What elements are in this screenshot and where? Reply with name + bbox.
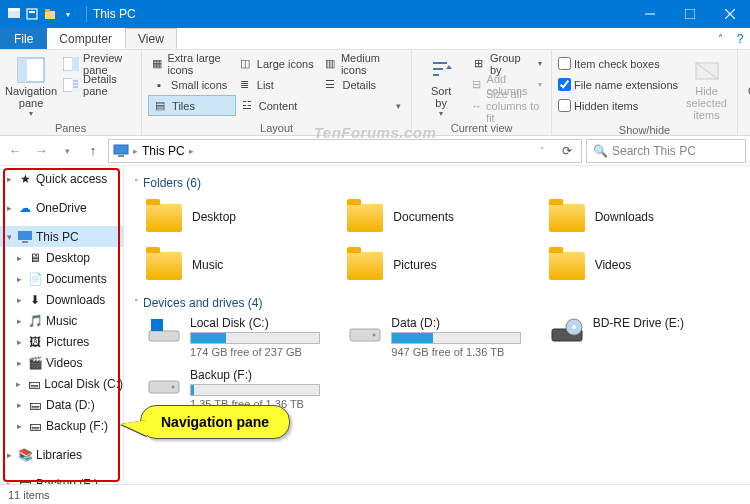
folder-tile[interactable]: Desktop [146, 196, 337, 238]
layout-overflow-icon[interactable]: ▾ [321, 95, 405, 116]
layout-list-label: List [257, 79, 274, 91]
hidden-items-toggle[interactable]: Hidden items [558, 95, 678, 116]
svg-rect-27 [22, 241, 28, 243]
folder-label: Downloads [595, 210, 654, 224]
ribbon-collapse-icon[interactable]: ˄ [710, 28, 730, 49]
tab-computer[interactable]: Computer [47, 28, 125, 49]
maximize-button[interactable] [670, 0, 710, 28]
layout-content[interactable]: ☳Content [236, 95, 322, 116]
group-by-button[interactable]: ⊞Group by▾ [468, 53, 545, 74]
drive-tile[interactable]: Local Disk (C:)174 GB free of 237 GB [146, 316, 337, 358]
svg-rect-13 [72, 57, 79, 71]
close-button[interactable] [710, 0, 750, 28]
preview-pane-button[interactable]: Preview pane [60, 53, 135, 74]
drive-tile[interactable]: BD-RE Drive (E:) [549, 316, 740, 358]
sidebar-item[interactable]: ▸🖼Pictures [0, 331, 123, 352]
navigation-pane: ▸★Quick access ▸☁OneDrive ▾This PC ▸🖥Des… [0, 166, 124, 484]
folder-tile[interactable]: Music [146, 244, 337, 286]
sidebar-item[interactable]: ▸🎵Music [0, 310, 123, 331]
layout-tiles[interactable]: ▤Tiles [148, 95, 236, 116]
sidebar-item[interactable]: ▸🎬Videos [0, 352, 123, 373]
folder-icon [347, 248, 385, 282]
chevron-down-icon: ˅ [134, 298, 139, 308]
layout-large[interactable]: ◫Large icons [234, 53, 320, 74]
file-menu[interactable]: File [0, 28, 47, 49]
item-icon: 📄 [27, 271, 43, 287]
options-button[interactable]: Options ▾ [744, 53, 750, 121]
refresh-button[interactable]: ⟳ [557, 144, 577, 158]
section-drives[interactable]: ˅Devices and drives (4) [134, 296, 740, 310]
drive-tile[interactable]: Backup (F:)1.35 TB free of 1.36 TB [146, 368, 337, 410]
breadcrumb-this-pc[interactable]: This PC [142, 144, 185, 158]
layout-medium[interactable]: ▥Medium icons [319, 53, 405, 74]
qat-dropdown-icon[interactable]: ▾ [60, 6, 76, 22]
forward-button[interactable]: → [30, 140, 52, 162]
add-columns-icon: ⊟ [471, 77, 482, 93]
hidden-items-label: Hidden items [574, 100, 638, 112]
layout-extra-large[interactable]: ▦Extra large icons [148, 53, 234, 74]
sidebar-item[interactable]: ▸🖴Data (D:) [0, 394, 123, 415]
file-name-extensions-toggle[interactable]: File name extensions [558, 74, 678, 95]
sort-by-button[interactable]: Sort by ▾ [418, 53, 464, 121]
address-dropdown-icon[interactable]: ˅ [531, 140, 553, 162]
drive-usage-bar [391, 332, 521, 344]
item-icon: ⬇ [27, 292, 43, 308]
sidebar-label: Desktop [46, 251, 90, 265]
sidebar-item-libraries[interactable]: ▸📚Libraries [0, 444, 123, 465]
sidebar-item[interactable]: ▸🖥Desktop [0, 247, 123, 268]
recent-locations-button[interactable]: ▾ [56, 140, 78, 162]
sidebar-item-quick-access[interactable]: ▸★Quick access [0, 168, 123, 189]
folder-tile[interactable]: Downloads [549, 196, 740, 238]
sidebar-item-this-pc[interactable]: ▾This PC [0, 226, 123, 247]
drive-tile[interactable]: Data (D:)947 GB free of 1.36 TB [347, 316, 538, 358]
details-pane-button[interactable]: Details pane [60, 74, 135, 95]
tab-view[interactable]: View [125, 28, 177, 49]
sidebar-label: Music [46, 314, 77, 328]
preview-pane-icon [63, 56, 79, 72]
breadcrumb[interactable]: ▸ This PC ▸ ˅ ⟳ [108, 139, 582, 163]
search-input[interactable]: 🔍 Search This PC [586, 139, 746, 163]
sidebar-item-onedrive[interactable]: ▸☁OneDrive [0, 197, 123, 218]
drive-label: BD-RE Drive (E:) [593, 316, 684, 330]
folder-tile[interactable]: Pictures [347, 244, 538, 286]
details-icon: ☰ [322, 77, 338, 93]
sidebar-item[interactable]: ▸🖴Backup (F:) [0, 415, 123, 436]
layout-details[interactable]: ☰Details [319, 74, 405, 95]
sidebar-label: Downloads [46, 293, 105, 307]
sidebar-item-backup[interactable]: ▸🖴Backup (F:) [0, 473, 123, 484]
group-label-show-hide: Show/hide [558, 123, 731, 136]
navigation-pane-label: Navigation pane [5, 85, 57, 109]
sidebar-item[interactable]: ▸⬇Downloads [0, 289, 123, 310]
drive-free-space: 947 GB free of 1.36 TB [391, 346, 521, 358]
drive-usage-bar [190, 384, 320, 396]
layout-small[interactable]: ▪Small icons [148, 74, 234, 95]
help-icon[interactable]: ? [730, 28, 750, 49]
quick-access-newfolder-icon[interactable] [42, 6, 58, 22]
drive-icon [146, 368, 182, 398]
svg-rect-5 [45, 9, 50, 12]
minimize-button[interactable] [630, 0, 670, 28]
sidebar-item[interactable]: ▸📄Documents [0, 268, 123, 289]
section-folders[interactable]: ˅Folders (6) [134, 176, 740, 190]
folder-tile[interactable]: Documents [347, 196, 538, 238]
item-icon: 🖴 [27, 397, 43, 413]
folder-label: Videos [595, 258, 631, 272]
chevron-right-icon[interactable]: ▸ [189, 146, 194, 156]
drive-icon [146, 316, 182, 346]
chevron-down-icon: ˅ [134, 178, 139, 188]
navigation-pane-button[interactable]: Navigation pane ▾ [6, 53, 56, 121]
chevron-right-icon[interactable]: ▸ [133, 146, 138, 156]
item-check-boxes-toggle[interactable]: Item check boxes [558, 53, 678, 74]
layout-tiles-label: Tiles [172, 100, 195, 112]
folder-icon [549, 248, 587, 282]
back-button[interactable]: ← [4, 140, 26, 162]
svg-point-31 [373, 334, 376, 337]
sidebar-label: Documents [46, 272, 107, 286]
quick-access-props-icon[interactable] [24, 6, 40, 22]
sidebar-label: Backup (F:) [36, 477, 98, 485]
layout-list[interactable]: ≣List [234, 74, 320, 95]
up-button[interactable]: ↑ [82, 140, 104, 162]
sidebar-item[interactable]: ▸🖴Local Disk (C:) [0, 373, 123, 394]
folder-tile[interactable]: Videos [549, 244, 740, 286]
medium-icons-icon: ▥ [322, 56, 336, 72]
